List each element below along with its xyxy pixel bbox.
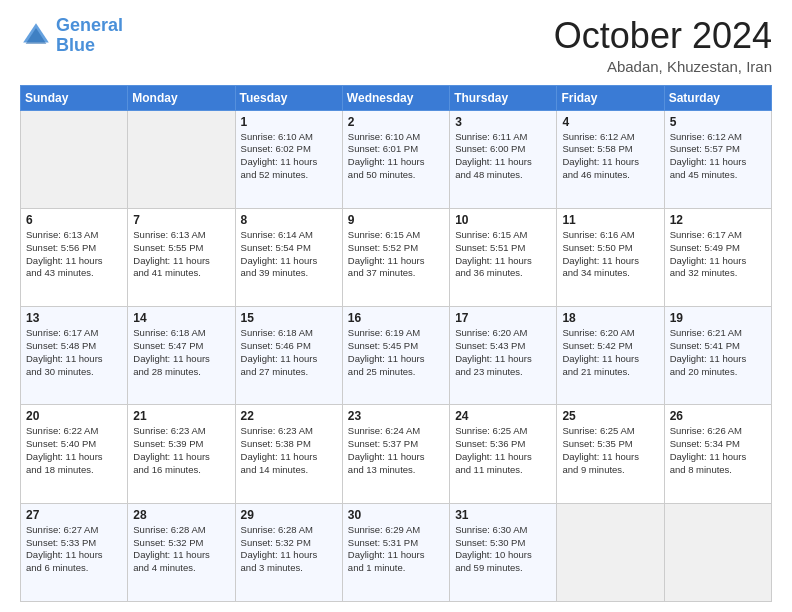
day-header-thursday: Thursday [450, 85, 557, 110]
calendar-cell: 12Sunrise: 6:17 AM Sunset: 5:49 PM Dayli… [664, 208, 771, 306]
day-info: Sunrise: 6:18 AM Sunset: 5:47 PM Dayligh… [133, 327, 229, 378]
day-header-sunday: Sunday [21, 85, 128, 110]
calendar-cell: 8Sunrise: 6:14 AM Sunset: 5:54 PM Daylig… [235, 208, 342, 306]
calendar-cell: 15Sunrise: 6:18 AM Sunset: 5:46 PM Dayli… [235, 307, 342, 405]
day-number: 24 [455, 409, 551, 423]
day-number: 23 [348, 409, 444, 423]
day-number: 20 [26, 409, 122, 423]
day-number: 22 [241, 409, 337, 423]
day-number: 16 [348, 311, 444, 325]
day-number: 12 [670, 213, 766, 227]
calendar-cell [21, 110, 128, 208]
calendar-cell: 5Sunrise: 6:12 AM Sunset: 5:57 PM Daylig… [664, 110, 771, 208]
day-info: Sunrise: 6:19 AM Sunset: 5:45 PM Dayligh… [348, 327, 444, 378]
day-info: Sunrise: 6:17 AM Sunset: 5:48 PM Dayligh… [26, 327, 122, 378]
calendar-cell: 25Sunrise: 6:25 AM Sunset: 5:35 PM Dayli… [557, 405, 664, 503]
day-info: Sunrise: 6:15 AM Sunset: 5:52 PM Dayligh… [348, 229, 444, 280]
day-number: 3 [455, 115, 551, 129]
day-number: 25 [562, 409, 658, 423]
day-number: 19 [670, 311, 766, 325]
calendar-cell: 23Sunrise: 6:24 AM Sunset: 5:37 PM Dayli… [342, 405, 449, 503]
calendar-cell: 26Sunrise: 6:26 AM Sunset: 5:34 PM Dayli… [664, 405, 771, 503]
day-info: Sunrise: 6:29 AM Sunset: 5:31 PM Dayligh… [348, 524, 444, 575]
day-number: 28 [133, 508, 229, 522]
calendar-cell: 24Sunrise: 6:25 AM Sunset: 5:36 PM Dayli… [450, 405, 557, 503]
calendar-cell: 16Sunrise: 6:19 AM Sunset: 5:45 PM Dayli… [342, 307, 449, 405]
day-info: Sunrise: 6:20 AM Sunset: 5:42 PM Dayligh… [562, 327, 658, 378]
day-number: 9 [348, 213, 444, 227]
day-info: Sunrise: 6:17 AM Sunset: 5:49 PM Dayligh… [670, 229, 766, 280]
day-number: 18 [562, 311, 658, 325]
day-header-saturday: Saturday [664, 85, 771, 110]
location: Abadan, Khuzestan, Iran [554, 58, 772, 75]
calendar-cell: 11Sunrise: 6:16 AM Sunset: 5:50 PM Dayli… [557, 208, 664, 306]
calendar-cell: 22Sunrise: 6:23 AM Sunset: 5:38 PM Dayli… [235, 405, 342, 503]
day-number: 26 [670, 409, 766, 423]
week-row-5: 27Sunrise: 6:27 AM Sunset: 5:33 PM Dayli… [21, 503, 772, 601]
calendar-cell [557, 503, 664, 601]
day-info: Sunrise: 6:30 AM Sunset: 5:30 PM Dayligh… [455, 524, 551, 575]
day-info: Sunrise: 6:16 AM Sunset: 5:50 PM Dayligh… [562, 229, 658, 280]
day-info: Sunrise: 6:25 AM Sunset: 5:35 PM Dayligh… [562, 425, 658, 476]
day-info: Sunrise: 6:28 AM Sunset: 5:32 PM Dayligh… [241, 524, 337, 575]
day-info: Sunrise: 6:18 AM Sunset: 5:46 PM Dayligh… [241, 327, 337, 378]
week-row-3: 13Sunrise: 6:17 AM Sunset: 5:48 PM Dayli… [21, 307, 772, 405]
day-info: Sunrise: 6:26 AM Sunset: 5:34 PM Dayligh… [670, 425, 766, 476]
day-info: Sunrise: 6:27 AM Sunset: 5:33 PM Dayligh… [26, 524, 122, 575]
week-row-4: 20Sunrise: 6:22 AM Sunset: 5:40 PM Dayli… [21, 405, 772, 503]
calendar-cell: 3Sunrise: 6:11 AM Sunset: 6:00 PM Daylig… [450, 110, 557, 208]
calendar-cell [664, 503, 771, 601]
day-header-monday: Monday [128, 85, 235, 110]
day-number: 29 [241, 508, 337, 522]
day-number: 21 [133, 409, 229, 423]
day-number: 31 [455, 508, 551, 522]
day-info: Sunrise: 6:24 AM Sunset: 5:37 PM Dayligh… [348, 425, 444, 476]
day-number: 4 [562, 115, 658, 129]
calendar-cell: 30Sunrise: 6:29 AM Sunset: 5:31 PM Dayli… [342, 503, 449, 601]
calendar-cell: 27Sunrise: 6:27 AM Sunset: 5:33 PM Dayli… [21, 503, 128, 601]
day-info: Sunrise: 6:14 AM Sunset: 5:54 PM Dayligh… [241, 229, 337, 280]
day-number: 27 [26, 508, 122, 522]
day-number: 15 [241, 311, 337, 325]
month-title: October 2024 [554, 16, 772, 56]
day-info: Sunrise: 6:28 AM Sunset: 5:32 PM Dayligh… [133, 524, 229, 575]
page: General Blue October 2024 Abadan, Khuzes… [0, 0, 792, 612]
calendar-cell: 21Sunrise: 6:23 AM Sunset: 5:39 PM Dayli… [128, 405, 235, 503]
day-info: Sunrise: 6:22 AM Sunset: 5:40 PM Dayligh… [26, 425, 122, 476]
day-info: Sunrise: 6:13 AM Sunset: 5:55 PM Dayligh… [133, 229, 229, 280]
calendar-table: SundayMondayTuesdayWednesdayThursdayFrid… [20, 85, 772, 602]
calendar-cell: 14Sunrise: 6:18 AM Sunset: 5:47 PM Dayli… [128, 307, 235, 405]
calendar-cell: 17Sunrise: 6:20 AM Sunset: 5:43 PM Dayli… [450, 307, 557, 405]
calendar-cell: 19Sunrise: 6:21 AM Sunset: 5:41 PM Dayli… [664, 307, 771, 405]
week-row-1: 1Sunrise: 6:10 AM Sunset: 6:02 PM Daylig… [21, 110, 772, 208]
header: General Blue October 2024 Abadan, Khuzes… [20, 16, 772, 75]
day-info: Sunrise: 6:15 AM Sunset: 5:51 PM Dayligh… [455, 229, 551, 280]
day-info: Sunrise: 6:13 AM Sunset: 5:56 PM Dayligh… [26, 229, 122, 280]
day-info: Sunrise: 6:12 AM Sunset: 5:57 PM Dayligh… [670, 131, 766, 182]
calendar-cell: 4Sunrise: 6:12 AM Sunset: 5:58 PM Daylig… [557, 110, 664, 208]
day-info: Sunrise: 6:10 AM Sunset: 6:02 PM Dayligh… [241, 131, 337, 182]
logo: General Blue [20, 16, 123, 56]
calendar-cell: 7Sunrise: 6:13 AM Sunset: 5:55 PM Daylig… [128, 208, 235, 306]
day-header-friday: Friday [557, 85, 664, 110]
calendar-body: 1Sunrise: 6:10 AM Sunset: 6:02 PM Daylig… [21, 110, 772, 601]
day-info: Sunrise: 6:10 AM Sunset: 6:01 PM Dayligh… [348, 131, 444, 182]
day-number: 17 [455, 311, 551, 325]
day-info: Sunrise: 6:25 AM Sunset: 5:36 PM Dayligh… [455, 425, 551, 476]
calendar-header-row: SundayMondayTuesdayWednesdayThursdayFrid… [21, 85, 772, 110]
day-info: Sunrise: 6:21 AM Sunset: 5:41 PM Dayligh… [670, 327, 766, 378]
day-header-wednesday: Wednesday [342, 85, 449, 110]
calendar-cell: 20Sunrise: 6:22 AM Sunset: 5:40 PM Dayli… [21, 405, 128, 503]
calendar-cell: 13Sunrise: 6:17 AM Sunset: 5:48 PM Dayli… [21, 307, 128, 405]
day-info: Sunrise: 6:11 AM Sunset: 6:00 PM Dayligh… [455, 131, 551, 182]
day-number: 30 [348, 508, 444, 522]
day-number: 10 [455, 213, 551, 227]
calendar-cell: 31Sunrise: 6:30 AM Sunset: 5:30 PM Dayli… [450, 503, 557, 601]
calendar-cell: 6Sunrise: 6:13 AM Sunset: 5:56 PM Daylig… [21, 208, 128, 306]
day-number: 5 [670, 115, 766, 129]
day-number: 2 [348, 115, 444, 129]
calendar-cell: 2Sunrise: 6:10 AM Sunset: 6:01 PM Daylig… [342, 110, 449, 208]
week-row-2: 6Sunrise: 6:13 AM Sunset: 5:56 PM Daylig… [21, 208, 772, 306]
logo-icon [20, 20, 52, 52]
calendar-cell: 29Sunrise: 6:28 AM Sunset: 5:32 PM Dayli… [235, 503, 342, 601]
